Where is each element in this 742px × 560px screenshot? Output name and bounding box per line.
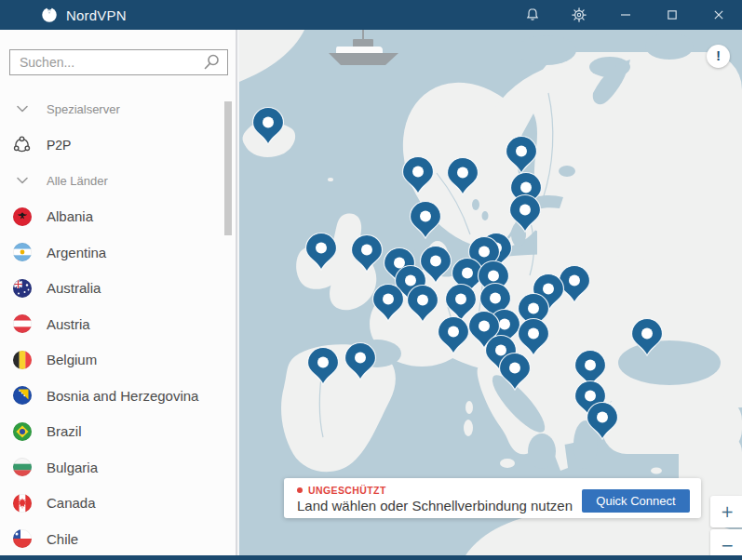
titlebar: NordVPN (0, 0, 742, 30)
app-title: NordVPN (66, 7, 127, 23)
info-button[interactable]: ! (707, 45, 730, 68)
country-item-australia[interactable]: Australia (0, 271, 223, 307)
connection-statusbar: UNGESCHÜTZT Land wählen oder Schnellverb… (284, 478, 701, 518)
brand: NordVPN (0, 7, 127, 23)
country-label: Australia (47, 280, 101, 296)
flag-icon (12, 386, 32, 406)
close-icon (709, 6, 728, 24)
minimize-icon (616, 6, 635, 24)
sidebar-section-p2p[interactable]: P2P (0, 127, 223, 164)
flag-icon (12, 493, 32, 513)
country-item-canada[interactable]: Canada (0, 486, 223, 522)
country-label: Austria (47, 316, 90, 332)
p2p-icon (12, 135, 32, 154)
country-label: Brazil (47, 423, 82, 439)
country-item-chile[interactable]: Chile (0, 521, 223, 557)
nordvpn-window: NordVPN (0, 0, 742, 560)
sidebar-scrollbar[interactable] (224, 101, 232, 235)
status-dot-icon (297, 487, 303, 493)
status-message: Land wählen oder Schnellverbindung nutze… (297, 498, 573, 513)
search-box (9, 49, 228, 75)
flag-icon (12, 278, 32, 298)
server-list: SpezialserverP2PAlle LänderAlbaniaArgent… (0, 91, 223, 557)
sidebar-section-spezialserver[interactable]: Spezialserver (0, 91, 223, 127)
section-label: Alle Länder (47, 174, 108, 188)
country-item-brazil[interactable]: Brazil (0, 414, 223, 450)
country-label: Chile (47, 531, 78, 547)
status-line: UNGESCHÜTZT (297, 485, 386, 496)
map-zoom-in-button[interactable]: + (710, 496, 742, 527)
sidebar-section-alle-l-nder[interactable]: Alle Länder (0, 163, 223, 199)
section-label: P2P (47, 138, 71, 153)
nordvpn-logo-icon (41, 7, 58, 23)
flag-icon (12, 458, 32, 477)
country-label: Belgium (47, 352, 97, 367)
maximize-icon (663, 6, 681, 24)
flag-icon (12, 421, 32, 441)
close-button[interactable] (695, 0, 742, 30)
minimize-button[interactable] (602, 0, 649, 30)
quick-connect-button[interactable]: Quick Connect (582, 489, 690, 513)
chevron-down-icon (12, 171, 32, 191)
window-bottom-border (0, 555, 742, 560)
search-input[interactable] (9, 49, 228, 75)
country-item-bulgaria[interactable]: Bulgaria (0, 449, 223, 486)
settings-button[interactable] (556, 0, 602, 30)
bell-icon (523, 6, 542, 24)
country-label: Argentina (47, 245, 106, 260)
gear-icon (570, 6, 588, 24)
country-label: Bulgaria (47, 460, 98, 475)
titlebar-actions (509, 0, 742, 30)
country-item-austria[interactable]: Austria (0, 306, 223, 342)
map-area: ! UNGESCHÜTZT Land wählen oder Schnellve… (239, 30, 742, 560)
sidebar: SpezialserverP2PAlle LänderAlbaniaArgent… (0, 30, 237, 555)
maximize-button[interactable] (649, 0, 695, 30)
country-label: Canada (47, 495, 96, 511)
section-label: Spezialserver (47, 102, 120, 116)
flag-icon (12, 350, 32, 369)
country-item-belgium[interactable]: Belgium (0, 342, 223, 379)
chevron-down-icon (12, 100, 32, 119)
country-item-argentina[interactable]: Argentina (0, 234, 223, 271)
status-label: UNGESCHÜTZT (308, 485, 386, 496)
country-item-bosnia-and-herzegovina[interactable]: Bosnia and Herzegovina (0, 378, 223, 414)
country-label: Bosnia and Herzegovina (47, 388, 198, 404)
flag-icon (12, 314, 32, 334)
country-item-albania[interactable]: Albania (0, 199, 223, 235)
flag-icon (12, 207, 32, 226)
flag-icon (12, 529, 32, 549)
country-label: Albania (47, 208, 93, 224)
notifications-button[interactable] (509, 0, 556, 30)
flag-icon (12, 243, 32, 262)
